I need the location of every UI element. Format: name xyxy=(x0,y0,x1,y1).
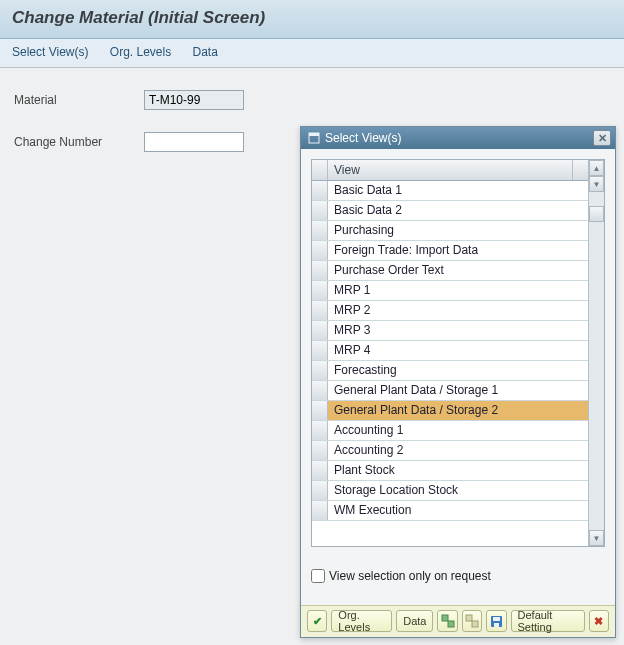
vertical-scrollbar[interactable]: ▲ ▼ ▼ xyxy=(588,160,604,546)
view-name: WM Execution xyxy=(328,501,588,520)
select-all-icon xyxy=(441,614,455,628)
table-row[interactable]: General Plant Data / Storage 2 xyxy=(312,401,588,421)
svg-rect-7 xyxy=(493,617,500,621)
views-table: View Basic Data 1Basic Data 2PurchasingF… xyxy=(311,159,605,547)
row-handle[interactable] xyxy=(312,201,328,220)
view-name: Foreign Trade: Import Data xyxy=(328,241,588,260)
toolbar: Select View(s) Org. Levels Data xyxy=(0,39,624,68)
page-title: Change Material (Initial Screen) xyxy=(12,8,612,28)
row-handle[interactable] xyxy=(312,181,328,200)
view-name: Accounting 2 xyxy=(328,441,588,460)
view-name: Purchasing xyxy=(328,221,588,240)
toolbar-select-views[interactable]: Select View(s) xyxy=(12,45,88,59)
row-handle[interactable] xyxy=(312,501,328,520)
change-number-label: Change Number xyxy=(14,135,144,149)
cancel-icon: ✖ xyxy=(592,614,606,628)
default-setting-label: Default Setting xyxy=(518,609,578,633)
row-handle[interactable] xyxy=(312,421,328,440)
dialog-titlebar: Select View(s) ✕ xyxy=(301,127,615,149)
scroll-thumb[interactable] xyxy=(589,206,604,222)
svg-rect-1 xyxy=(309,133,319,136)
title-bar: Change Material (Initial Screen) xyxy=(0,0,624,39)
row-handle[interactable] xyxy=(312,241,328,260)
select-all-button[interactable] xyxy=(437,610,457,632)
view-name: Storage Location Stock xyxy=(328,481,588,500)
data-button-label: Data xyxy=(403,615,426,627)
toolbar-data[interactable]: Data xyxy=(193,45,218,59)
field-row-material: Material xyxy=(14,90,610,110)
table-row[interactable]: Foreign Trade: Import Data xyxy=(312,241,588,261)
table-row[interactable]: WM Execution xyxy=(312,501,588,521)
table-row[interactable]: MRP 4 xyxy=(312,341,588,361)
table-row[interactable]: Purchase Order Text xyxy=(312,261,588,281)
row-handle[interactable] xyxy=(312,381,328,400)
dialog-body: View Basic Data 1Basic Data 2PurchasingF… xyxy=(301,149,615,605)
table-row[interactable]: Forecasting xyxy=(312,361,588,381)
table-row[interactable]: MRP 3 xyxy=(312,321,588,341)
scroll-down2-icon[interactable]: ▼ xyxy=(589,530,604,546)
deselect-all-button[interactable] xyxy=(462,610,482,632)
save-icon xyxy=(489,614,503,628)
svg-rect-4 xyxy=(466,615,472,621)
app-window: Change Material (Initial Screen) Select … xyxy=(0,0,624,645)
header-handle xyxy=(312,160,328,180)
svg-rect-2 xyxy=(442,615,448,621)
deselect-all-icon xyxy=(465,614,479,628)
default-setting-button[interactable]: Default Setting xyxy=(511,610,585,632)
svg-rect-3 xyxy=(448,621,454,627)
table-row[interactable]: Plant Stock xyxy=(312,461,588,481)
table-row[interactable]: MRP 2 xyxy=(312,301,588,321)
row-handle[interactable] xyxy=(312,361,328,380)
change-number-input[interactable] xyxy=(144,132,244,152)
row-handle[interactable] xyxy=(312,221,328,240)
scroll-down-icon[interactable]: ▼ xyxy=(589,176,604,192)
view-name: MRP 4 xyxy=(328,341,588,360)
confirm-button[interactable]: ✔ xyxy=(307,610,327,632)
table-row[interactable]: Storage Location Stock xyxy=(312,481,588,501)
view-name: Accounting 1 xyxy=(328,421,588,440)
view-name: General Plant Data / Storage 2 xyxy=(328,401,588,420)
toolbar-org-levels[interactable]: Org. Levels xyxy=(110,45,171,59)
org-levels-button-label: Org. Levels xyxy=(338,609,385,633)
table-row[interactable]: Accounting 2 xyxy=(312,441,588,461)
row-handle[interactable] xyxy=(312,301,328,320)
save-button[interactable] xyxy=(486,610,506,632)
row-handle[interactable] xyxy=(312,481,328,500)
option-row: View selection only on request xyxy=(311,569,605,583)
table-rows: Basic Data 1Basic Data 2PurchasingForeig… xyxy=(312,181,588,546)
close-icon[interactable]: ✕ xyxy=(593,130,611,146)
scroll-track xyxy=(589,222,604,530)
row-handle[interactable] xyxy=(312,401,328,420)
row-handle[interactable] xyxy=(312,461,328,480)
table-row[interactable]: Accounting 1 xyxy=(312,421,588,441)
table-header: View xyxy=(312,160,588,181)
select-views-dialog: Select View(s) ✕ View Basic Data 1Basic … xyxy=(300,126,616,638)
material-input[interactable] xyxy=(144,90,244,110)
view-name: Plant Stock xyxy=(328,461,588,480)
table-row[interactable]: Basic Data 1 xyxy=(312,181,588,201)
row-handle[interactable] xyxy=(312,281,328,300)
view-name: Basic Data 1 xyxy=(328,181,588,200)
view-name: MRP 2 xyxy=(328,301,588,320)
cancel-button[interactable]: ✖ xyxy=(589,610,609,632)
view-name: Basic Data 2 xyxy=(328,201,588,220)
view-selection-only-label: View selection only on request xyxy=(329,569,491,583)
table-row[interactable]: Purchasing xyxy=(312,221,588,241)
view-name: MRP 3 xyxy=(328,321,588,340)
header-corner xyxy=(572,160,588,180)
table-row[interactable]: Basic Data 2 xyxy=(312,201,588,221)
view-selection-only-checkbox[interactable] xyxy=(311,569,325,583)
org-levels-button[interactable]: Org. Levels xyxy=(331,610,392,632)
check-icon: ✔ xyxy=(310,614,324,628)
table-row[interactable]: MRP 1 xyxy=(312,281,588,301)
row-handle[interactable] xyxy=(312,261,328,280)
table-row[interactable]: General Plant Data / Storage 1 xyxy=(312,381,588,401)
row-handle[interactable] xyxy=(312,321,328,340)
row-handle[interactable] xyxy=(312,441,328,460)
data-button[interactable]: Data xyxy=(396,610,433,632)
row-handle[interactable] xyxy=(312,341,328,360)
scroll-up-icon[interactable]: ▲ xyxy=(589,160,604,176)
column-header-view[interactable]: View xyxy=(328,160,572,180)
dialog-icon xyxy=(307,131,321,145)
view-name: General Plant Data / Storage 1 xyxy=(328,381,588,400)
